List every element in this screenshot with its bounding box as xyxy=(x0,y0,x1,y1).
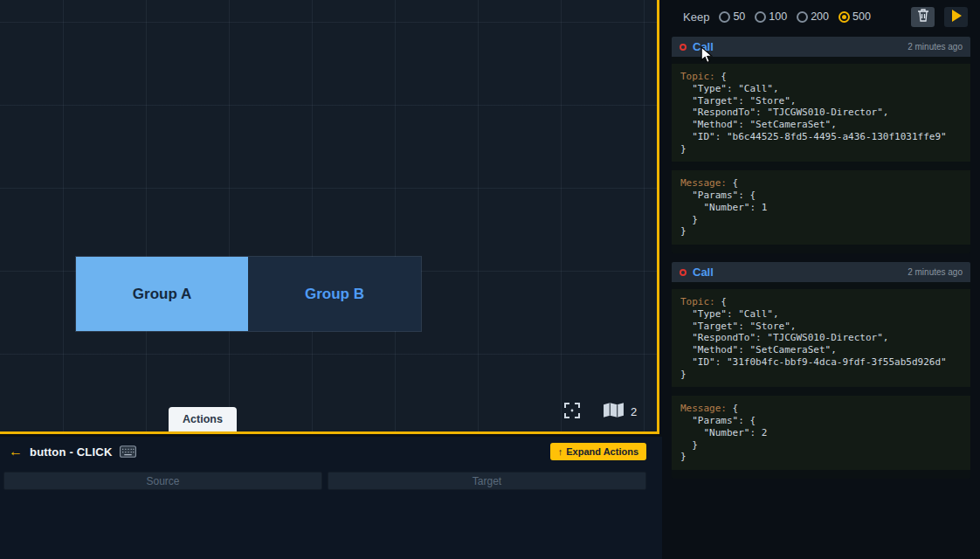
group-a-button[interactable]: Group A xyxy=(76,257,248,331)
keyboard-icon xyxy=(120,445,136,458)
trash-icon xyxy=(917,9,929,24)
topic-block: Topic: { "Type": "Call", "Target": "Stor… xyxy=(672,64,970,162)
keep-label: Keep xyxy=(683,10,709,24)
message-block: Message: { "Params": { "Number": 2 } } xyxy=(672,396,970,470)
message-card[interactable]: Call 2 minutes ago Topic: { "Type": "Cal… xyxy=(672,262,970,479)
keep-option-100[interactable]: 100 xyxy=(755,10,787,23)
keep-option-500[interactable]: 500 xyxy=(839,10,871,23)
fit-view-button[interactable] xyxy=(560,399,584,424)
app-root: Group A Group B 2 Actions xyxy=(0,0,980,559)
keep-option-50[interactable]: 50 xyxy=(719,10,745,23)
radio-circle-icon xyxy=(797,11,808,23)
map-pages-button[interactable]: 2 xyxy=(603,399,637,424)
clear-log-button[interactable] xyxy=(911,7,935,27)
keep-option-label: 500 xyxy=(852,10,871,23)
group-b-button[interactable]: Group B xyxy=(248,257,421,331)
action-editor-header: ← button - CLICK xyxy=(9,445,136,459)
message-timestamp: 2 minutes ago xyxy=(908,267,963,277)
call-status-icon xyxy=(680,269,687,276)
topic-block: Topic: { "Type": "Call", "Target": "Stor… xyxy=(672,289,970,387)
keep-option-label: 100 xyxy=(769,10,787,23)
message-card-header[interactable]: Call 2 minutes ago xyxy=(672,262,970,282)
action-editor-inputs xyxy=(3,472,646,490)
topic-label: Topic: xyxy=(680,71,721,82)
message-card-body: Topic: { "Type": "Call", "Target": "Stor… xyxy=(672,282,970,479)
play-button[interactable] xyxy=(944,7,968,27)
log-toolbar: Keep 50 100 200 500 xyxy=(662,0,980,33)
actions-tab[interactable]: Actions xyxy=(169,407,237,431)
message-label: Message: xyxy=(680,403,733,414)
message-type-link[interactable]: Call xyxy=(693,266,714,279)
radio-circle-icon xyxy=(719,11,730,23)
message-label: Message: xyxy=(680,177,733,189)
expand-actions-button[interactable]: ↑ Expand Actions xyxy=(550,443,646,460)
radio-circle-icon xyxy=(839,11,850,23)
back-arrow-icon[interactable]: ← xyxy=(9,445,23,459)
message-block: Message: { "Params": { "Number": 1 } } xyxy=(672,170,970,245)
action-editor-title: button - CLICK xyxy=(30,445,113,459)
expand-arrow-icon: ↑ xyxy=(558,446,563,457)
message-type-link[interactable]: Call xyxy=(693,40,714,53)
keep-option-200[interactable]: 200 xyxy=(797,10,829,23)
topic-json: { "Type": "Call", "Target": "Store", "Re… xyxy=(680,71,947,155)
keep-option-label: 50 xyxy=(733,10,745,23)
map-page-count: 2 xyxy=(631,405,637,418)
fit-view-icon xyxy=(562,401,582,423)
target-input[interactable] xyxy=(328,472,646,490)
keep-option-label: 200 xyxy=(811,10,829,23)
message-log-panel: Keep 50 100 200 500 xyxy=(662,0,980,559)
call-status-icon xyxy=(680,44,687,51)
message-card-body: Topic: { "Type": "Call", "Target": "Stor… xyxy=(672,57,970,253)
radio-circle-icon xyxy=(755,11,766,23)
map-icon xyxy=(603,402,625,422)
action-editor-panel: ← button - CLICK ↑ Expand Actions xyxy=(0,437,662,559)
stage-canvas[interactable]: Group A Group B 2 Actions xyxy=(0,0,659,434)
message-card[interactable]: Call 2 minutes ago Topic: { "Type": "Cal… xyxy=(672,37,970,253)
source-input[interactable] xyxy=(3,472,322,490)
message-card-header[interactable]: Call 2 minutes ago xyxy=(672,37,970,57)
topic-label: Topic: xyxy=(680,296,721,307)
group-buttons: Group A Group B xyxy=(75,256,422,332)
message-timestamp: 2 minutes ago xyxy=(908,42,963,52)
play-icon xyxy=(950,9,963,25)
topic-json: { "Type": "Call", "Target": "Store", "Re… xyxy=(680,296,947,380)
expand-actions-label: Expand Actions xyxy=(566,446,638,457)
